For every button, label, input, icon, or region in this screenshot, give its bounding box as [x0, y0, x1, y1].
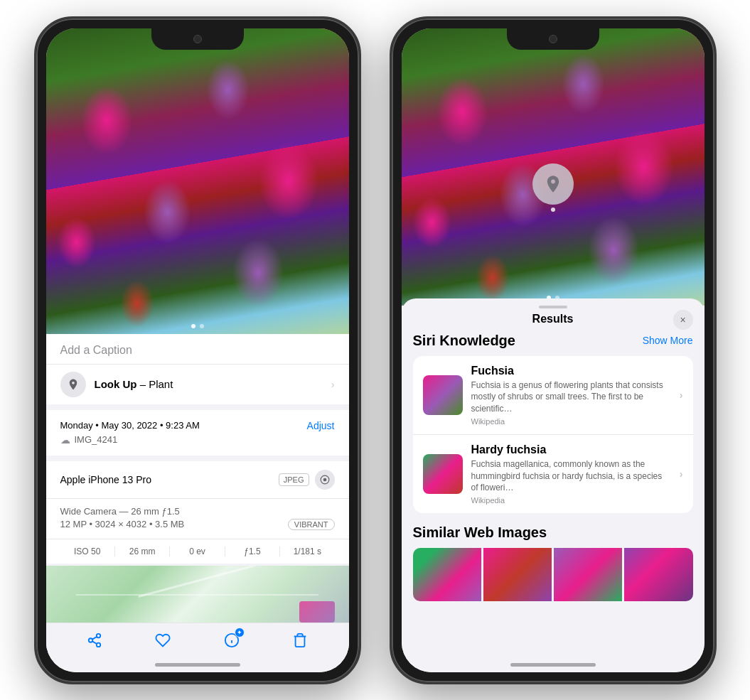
map-road-1	[139, 566, 256, 598]
device-name-text: Apple iPhone 13 Pro	[60, 474, 151, 485]
similar-thumb-1[interactable]	[413, 548, 481, 601]
caption-input[interactable]: Add a Caption	[60, 344, 132, 356]
date-text: Monday • May 30, 2022 • 9:23 AM	[60, 420, 200, 431]
notch-r	[507, 28, 599, 50]
resolution-spec: 12 MP • 3024 × 4032 • 3.5 MB VIBRANT	[60, 519, 335, 529]
close-button[interactable]: ×	[673, 310, 693, 330]
toolbar: ✦	[46, 623, 349, 658]
sheet-handle	[539, 306, 567, 308]
camera	[193, 35, 202, 43]
mute-button-r[interactable]	[390, 104, 391, 129]
similar-web-title: Similar Web Images	[413, 524, 693, 541]
left-phone: Add a Caption Look Up – Plant ›	[34, 16, 361, 684]
similar-thumb-4[interactable]	[624, 548, 692, 601]
hardy-fuchsia-name: Hardy fuchsia	[471, 443, 671, 456]
exif-iso: ISO 50	[60, 546, 115, 556]
right-phone: Results × Siri Knowledge Show More	[390, 16, 717, 684]
photo-info-area: Add a Caption Look Up – Plant ›	[46, 334, 349, 672]
visual-search-dot	[551, 208, 555, 212]
page-indicators	[191, 324, 204, 328]
vibrant-badge: VIBRANT	[288, 519, 335, 530]
notch	[151, 28, 244, 50]
map-thumbnail	[299, 601, 335, 623]
knowledge-item-hardy-fuchsia[interactable]: Hardy fuchsia Fuchsia magellanica, commo…	[413, 435, 693, 513]
results-sheet: Results × Siri Knowledge Show More	[402, 298, 705, 672]
visual-search-button[interactable]	[532, 163, 574, 205]
camera-spec: Wide Camera — 26 mm ƒ1.5	[60, 506, 335, 517]
similar-web-section: Similar Web Images	[413, 524, 693, 601]
settings-button[interactable]	[315, 470, 335, 490]
exif-row: ISO 50 26 mm 0 ev ƒ1.5 1/181 s	[46, 539, 349, 564]
page-dot-2	[200, 324, 204, 328]
info-button[interactable]: ✦	[216, 625, 247, 656]
favorite-button[interactable]	[147, 625, 178, 656]
hardy-fuchsia-chevron: ›	[680, 468, 683, 480]
device-header: Apple iPhone 13 Pro JPEG	[46, 461, 349, 499]
lookup-row[interactable]: Look Up – Plant ›	[46, 365, 349, 404]
power-button[interactable]	[360, 136, 361, 193]
fuchsia-source: Wikipedia	[471, 417, 671, 426]
volume-up-button-r[interactable]	[390, 143, 391, 185]
cloud-icon: ☁	[60, 434, 70, 446]
right-phone-frame: Results × Siri Knowledge Show More	[390, 16, 717, 684]
map-preview[interactable]	[46, 566, 349, 630]
hardy-fuchsia-source: Wikipedia	[471, 496, 671, 505]
device-badges: JPEG	[279, 470, 335, 490]
delete-button[interactable]	[284, 625, 316, 656]
hardy-fuchsia-thumbnail	[423, 454, 463, 494]
exif-ev: 0 ev	[170, 546, 225, 556]
map-road-2	[76, 594, 318, 596]
fuchsia-info: Fuchsia Fuchsia is a genus of flowering …	[471, 365, 671, 426]
caption-section: Add a Caption	[46, 334, 349, 365]
right-phone-screen: Results × Siri Knowledge Show More	[402, 28, 705, 672]
fuchsia-thumbnail	[423, 375, 463, 415]
home-indicator-r	[510, 663, 596, 667]
info-badge: ✦	[235, 628, 245, 637]
hardy-fuchsia-info: Hardy fuchsia Fuchsia magellanica, commo…	[471, 443, 671, 505]
left-phone-frame: Add a Caption Look Up – Plant ›	[34, 16, 361, 684]
fuchsia-name: Fuchsia	[471, 365, 671, 377]
lookup-icon	[60, 372, 86, 397]
photo-display[interactable]	[46, 28, 349, 334]
photo-display-right[interactable]	[402, 28, 705, 306]
svg-point-1	[323, 478, 326, 481]
format-badge: JPEG	[279, 473, 309, 486]
device-specs: Wide Camera — 26 mm ƒ1.5 12 MP • 3024 × …	[46, 499, 349, 539]
power-button-r[interactable]	[715, 136, 717, 193]
exif-aperture: ƒ1.5	[225, 546, 280, 556]
adjust-button[interactable]: Adjust	[307, 420, 335, 431]
lookup-text: Look Up – Plant	[95, 378, 173, 390]
sheet-title: Results	[532, 313, 574, 325]
exif-shutter: 1/181 s	[280, 546, 334, 556]
knowledge-card: Fuchsia Fuchsia is a genus of flowering …	[413, 356, 693, 514]
sheet-header: Results ×	[402, 313, 705, 333]
fuchsia-desc: Fuchsia is a genus of flowering plants t…	[471, 379, 671, 415]
device-section: Apple iPhone 13 Pro JPEG	[46, 461, 349, 564]
volume-up-button[interactable]	[34, 143, 36, 185]
siri-knowledge-title: Siri Knowledge	[413, 333, 515, 349]
knowledge-item-fuchsia[interactable]: Fuchsia Fuchsia is a genus of flowering …	[413, 356, 693, 435]
filename-text: IMG_4241	[75, 434, 118, 445]
lookup-chevron: ›	[331, 379, 335, 390]
volume-down-button-r[interactable]	[390, 195, 391, 237]
similar-thumb-3[interactable]	[554, 548, 622, 601]
similar-thumb-2[interactable]	[483, 548, 552, 601]
exif-focal: 26 mm	[115, 546, 170, 556]
left-phone-screen: Add a Caption Look Up – Plant ›	[46, 28, 349, 672]
share-button[interactable]	[79, 625, 110, 656]
filename-row: ☁ IMG_4241	[60, 434, 335, 446]
camera-r	[549, 35, 557, 43]
siri-knowledge-header: Siri Knowledge Show More	[413, 333, 693, 349]
fuchsia-chevron: ›	[680, 389, 683, 401]
volume-down-button[interactable]	[34, 195, 36, 237]
similar-web-grid	[413, 548, 693, 601]
flower-image	[46, 28, 349, 334]
sheet-content: Siri Knowledge Show More Fuchsia Fuchsia…	[402, 333, 705, 602]
date-meta-section: Monday • May 30, 2022 • 9:23 AM Adjust ☁…	[46, 410, 349, 456]
date-row: Monday • May 30, 2022 • 9:23 AM Adjust	[60, 420, 335, 431]
mute-button[interactable]	[34, 104, 36, 129]
home-indicator	[155, 663, 240, 667]
show-more-button[interactable]: Show More	[643, 335, 693, 346]
page-dot-1	[191, 324, 195, 328]
hardy-fuchsia-desc: Fuchsia magellanica, commonly known as t…	[471, 458, 671, 494]
